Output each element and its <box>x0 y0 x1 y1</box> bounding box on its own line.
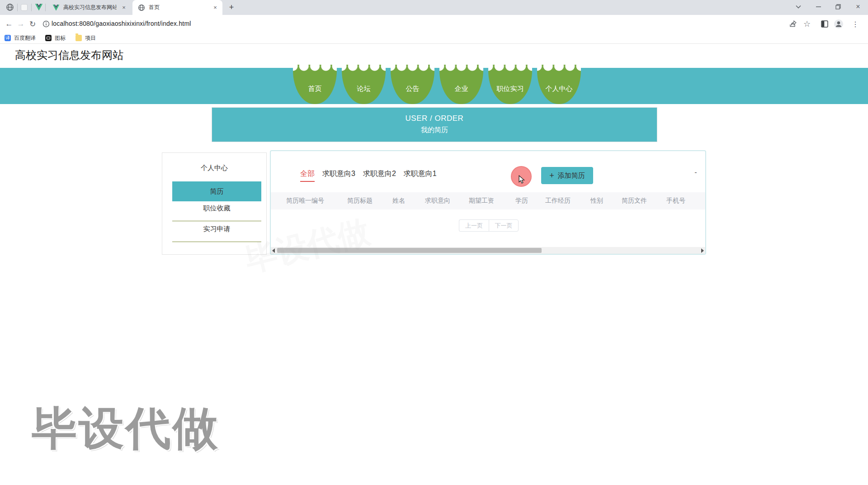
tab-title: 首页 <box>149 4 208 11</box>
bookmark-label: 图标 <box>55 34 66 42</box>
pagination: 上一页 下一页 <box>459 219 519 232</box>
forward-icon[interactable]: → <box>15 19 26 29</box>
tab-site[interactable]: 高校实习信息发布网站 × <box>47 0 131 15</box>
info-icon[interactable] <box>41 19 52 29</box>
restore-button[interactable] <box>828 0 848 14</box>
add-resume-button[interactable]: + 添加简历 <box>541 167 593 184</box>
next-page-button[interactable]: 下一页 <box>489 219 519 232</box>
table-header-row: 简历唯一编号 简历标题 姓名 求职意向 期望工资 学历 工作经历 性别 简历文件… <box>271 192 705 209</box>
browser-navbar: ← → ↻ localhost:8080/gaoxiaoshixixinxi/f… <box>0 15 868 33</box>
column-header: 期望工资 <box>458 197 505 205</box>
bookmark-project[interactable]: 项目 <box>75 33 96 43</box>
filter-tab-intention2[interactable]: 求职意向2 <box>363 169 396 182</box>
column-header: 工作经历 <box>538 197 577 205</box>
prev-page-button[interactable]: 上一页 <box>459 219 489 232</box>
column-header: 简历唯一编号 <box>271 197 340 205</box>
address-bar[interactable]: localhost:8080/gaoxiaoshixixinxi/front/i… <box>52 20 191 27</box>
column-header: 学历 <box>505 197 538 205</box>
tab-divider <box>17 4 18 11</box>
filter-tab-all[interactable]: 全部 <box>300 169 315 182</box>
blank-tab-icon[interactable] <box>21 4 28 11</box>
window-controls: × <box>788 0 868 14</box>
tab-divider <box>45 4 46 11</box>
folder-icon <box>75 35 82 41</box>
filter-tab-intention1[interactable]: 求职意向1 <box>404 169 437 182</box>
bookmark-label: 项目 <box>85 34 96 42</box>
mouse-cursor-icon <box>518 175 525 184</box>
translate-icon: 译 <box>5 35 11 41</box>
plus-icon: + <box>549 171 554 180</box>
globe-icon <box>138 4 145 11</box>
new-tab-button[interactable]: + <box>226 2 237 14</box>
add-resume-label: 添加简历 <box>558 171 585 180</box>
sidebar-item-job-favorites[interactable]: 职位收藏 <box>172 204 261 216</box>
image-icon <box>45 35 52 41</box>
menu-kebab-icon[interactable]: ⋮ <box>850 19 861 29</box>
bookmark-icons[interactable]: 图标 <box>45 33 66 43</box>
tab-close-icon[interactable]: × <box>212 4 219 11</box>
tab-home[interactable]: 首页 × <box>132 0 222 15</box>
column-header: 求职意向 <box>417 197 458 205</box>
banner-line2: 我的简历 <box>212 126 657 134</box>
profile-avatar[interactable] <box>833 19 844 29</box>
vue-logo-icon <box>52 4 60 11</box>
sidebar-item-internship-apply[interactable]: 实习申请 <box>172 225 261 237</box>
scroll-right-icon[interactable] <box>701 248 704 253</box>
sidebar-item-resume[interactable]: 简历 <box>172 181 261 201</box>
chevron-down-icon[interactable] <box>788 0 808 14</box>
cursor-highlight <box>511 166 532 187</box>
divider <box>172 221 261 221</box>
column-header: 手机号 <box>652 197 699 205</box>
browser-tab-strip: 高校实习信息发布网站 × 首页 × + × <box>0 0 868 15</box>
back-icon[interactable]: ← <box>4 19 14 29</box>
vue-logo-icon[interactable] <box>35 3 43 11</box>
bookmark-star-icon[interactable]: ☆ <box>802 19 812 29</box>
close-window-button[interactable]: × <box>848 0 868 14</box>
column-header: 简历标题 <box>340 197 380 205</box>
page-content: 高校实习信息发布网站 首页 论坛 公告 企业 职位实习 个人中心 USER / … <box>0 44 868 485</box>
column-header: 照片 <box>699 197 705 205</box>
share-icon[interactable] <box>788 19 798 29</box>
minimize-button[interactable] <box>808 0 828 14</box>
tab-divider <box>31 4 32 11</box>
globe-icon[interactable] <box>6 3 14 11</box>
sidebar-title: 个人中心 <box>162 164 266 172</box>
tab-title: 高校实习信息发布网站 <box>63 4 117 11</box>
bookmark-baidu-translate[interactable]: 译 百度翻译 <box>5 33 36 43</box>
column-header: 简历文件 <box>616 197 652 205</box>
filter-tabs: 全部 求职意向3 求职意向2 求职意向1 <box>300 169 437 182</box>
tab-close-icon[interactable]: × <box>120 4 127 11</box>
bookmark-label: 百度翻译 <box>14 34 36 42</box>
breadcrumb-banner: USER / ORDER 我的简历 <box>212 108 657 142</box>
filter-tab-intention3[interactable]: 求职意向3 <box>322 169 355 182</box>
column-header: 姓名 <box>380 197 417 205</box>
site-title: 高校实习信息发布网站 <box>15 48 123 62</box>
side-panel-icon[interactable] <box>819 19 830 29</box>
bookmarks-bar: 译 百度翻译 图标 项目 <box>0 33 868 44</box>
banner-line1: USER / ORDER <box>212 114 657 123</box>
refresh-icon[interactable]: ↻ <box>27 19 38 29</box>
column-header: 性别 <box>577 197 616 205</box>
watermark: 毕设代做 <box>32 399 220 460</box>
collapse-indicator[interactable]: - <box>691 168 700 176</box>
